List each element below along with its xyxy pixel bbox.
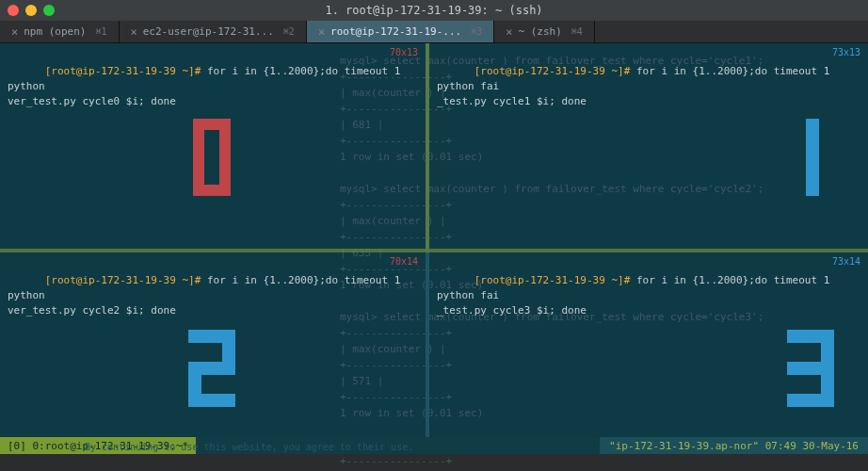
tmux-status-bar: [0] 0:root@ip-172-31-19-39:~* By continu… <box>0 437 868 454</box>
tab-label: ~ (zsh) <box>518 25 561 38</box>
pane-size-indicator: 73x13 <box>830 47 862 57</box>
tmux-pane-number-icon <box>806 119 819 196</box>
tab-label: npm (open) <box>24 25 86 38</box>
pane-size-indicator: 73x14 <box>830 256 862 267</box>
terminal-tab-1[interactable]: × npm (open) ⌘1 <box>0 21 120 42</box>
prompt-user: [root@ip-172-31-19-39 ~]# <box>474 65 631 77</box>
tmux-window: mysql> select max(counter ) from failove… <box>0 43 868 454</box>
terminal-tab-4[interactable]: × ~ (zsh) ⌘4 <box>494 21 595 42</box>
pane-prompt: [root@ip-172-31-19-39 ~]# for i in {1..2… <box>0 43 426 124</box>
macos-titlebar: 1. root@ip-172-31-19-39: ~ (ssh) <box>0 0 868 21</box>
window-title: 1. root@ip-172-31-19-39: ~ (ssh) <box>0 4 868 17</box>
terminal-tab-3[interactable]: × root@ip-172-31-19-... ⌘3 <box>307 21 494 42</box>
tmux-pane-2[interactable]: [root@ip-172-31-19-39 ~]# for i in {1..2… <box>0 252 426 454</box>
tab-label: ec2-user@ip-172-31... <box>143 25 274 38</box>
tmux-pane-0[interactable]: [root@ip-172-31-19-39 ~]# for i in {1..2… <box>0 43 426 249</box>
close-icon[interactable]: × <box>506 25 512 39</box>
close-icon[interactable]: × <box>131 25 137 39</box>
prompt-user: [root@ip-172-31-19-39 ~]# <box>474 274 631 286</box>
terminal-tab-2[interactable]: × ec2-user@ip-172-31... ⌘2 <box>120 21 307 42</box>
close-icon[interactable]: × <box>11 25 18 39</box>
tmux-status-right: "ip-172-31-19-39.ap-nor" 07:49 30-May-16 <box>600 437 868 454</box>
pane-prompt: [root@ip-172-31-19-39 ~]# for i in {1..2… <box>429 252 868 333</box>
prompt-user: [root@ip-172-31-19-39 ~]# <box>45 65 201 77</box>
tmux-pane-1[interactable]: [root@ip-172-31-19-39 ~]# for i in {1..2… <box>429 43 868 249</box>
tab-label: root@ip-172-31-19-... <box>330 25 461 38</box>
tmux-pane-number-icon <box>188 330 235 407</box>
tmux-pane-number-icon <box>193 119 231 196</box>
pane-prompt: [root@ip-172-31-19-39 ~]# for i in {1..2… <box>0 252 426 333</box>
close-icon[interactable]: × <box>318 25 325 39</box>
pane-size-indicator: 70x13 <box>388 47 420 57</box>
tab-shortcut: ⌘3 <box>471 26 482 37</box>
pane-size-indicator: 70x14 <box>388 256 420 267</box>
tmux-pane-number-icon <box>787 330 834 407</box>
tab-shortcut: ⌘1 <box>95 26 106 37</box>
tab-strip: × npm (open) ⌘1 × ec2-user@ip-172-31... … <box>0 21 868 43</box>
tmux-pane-3[interactable]: [root@ip-172-31-19-39 ~]# for i in {1..2… <box>429 252 868 454</box>
prompt-user: [root@ip-172-31-19-39 ~]# <box>45 274 201 286</box>
pane-prompt: [root@ip-172-31-19-39 ~]# for i in {1..2… <box>429 43 868 124</box>
faded-overlay-text: By continuing to use this website, you a… <box>85 442 413 452</box>
tab-shortcut: ⌘4 <box>571 26 583 37</box>
tab-shortcut: ⌘2 <box>283 26 295 37</box>
